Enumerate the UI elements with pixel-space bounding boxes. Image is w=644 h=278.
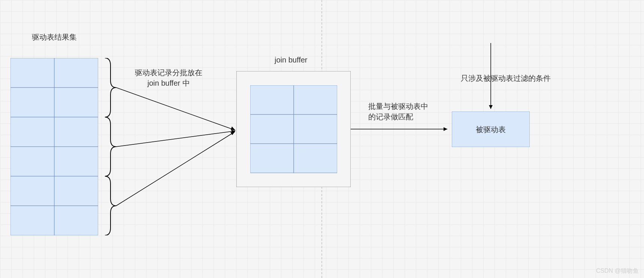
join-buffer-title: join buffer: [275, 55, 307, 65]
svg-rect-20: [294, 85, 337, 114]
svg-rect-2: [10, 88, 54, 117]
match-label: 批量与被驱动表中 的记录做匹配: [368, 101, 428, 122]
svg-rect-8: [10, 176, 54, 206]
svg-rect-9: [54, 176, 98, 206]
brace-1: [103, 58, 118, 117]
watermark: CSDN @猫吻鱼: [596, 267, 639, 275]
svg-rect-3: [54, 88, 98, 117]
svg-rect-5: [54, 117, 98, 147]
arrow-buffer-to-driven: [351, 125, 452, 133]
svg-marker-28: [489, 105, 493, 109]
driver-table-title: 驱动表结果集: [32, 32, 77, 42]
brace-2: [103, 117, 118, 176]
svg-marker-17: [230, 132, 235, 135]
svg-rect-24: [294, 144, 337, 173]
svg-rect-6: [10, 147, 54, 176]
arrow-filter-to-driven: [487, 43, 495, 113]
svg-rect-4: [10, 117, 54, 147]
join-buffer-table: [250, 85, 337, 173]
driven-table-label: 被驱动表: [476, 124, 506, 135]
svg-rect-0: [10, 58, 54, 88]
svg-rect-7: [54, 147, 98, 176]
svg-rect-22: [294, 114, 337, 144]
svg-rect-19: [250, 85, 294, 114]
match-label-line2: 的记录做匹配: [368, 113, 413, 121]
match-label-line1: 批量与被驱动表中: [368, 102, 428, 110]
svg-rect-23: [250, 144, 294, 173]
svg-rect-11: [54, 206, 98, 235]
svg-line-12: [116, 88, 235, 130]
arrow-brace1-to-buffer: [116, 86, 240, 135]
svg-rect-1: [54, 58, 98, 88]
svg-marker-26: [444, 127, 447, 131]
driver-result-table: [10, 58, 98, 235]
brace-label: 驱动表记录分批放在 join buffer 中: [135, 67, 202, 88]
filter-label: 只涉及被驱动表过滤的条件: [461, 73, 551, 83]
svg-rect-21: [250, 114, 294, 144]
brace-3: [103, 176, 118, 235]
arrow-brace3-to-buffer: [116, 129, 240, 210]
brace-label-line1: 驱动表记录分批放在: [135, 68, 202, 77]
svg-line-16: [116, 132, 235, 206]
svg-rect-10: [10, 206, 54, 235]
